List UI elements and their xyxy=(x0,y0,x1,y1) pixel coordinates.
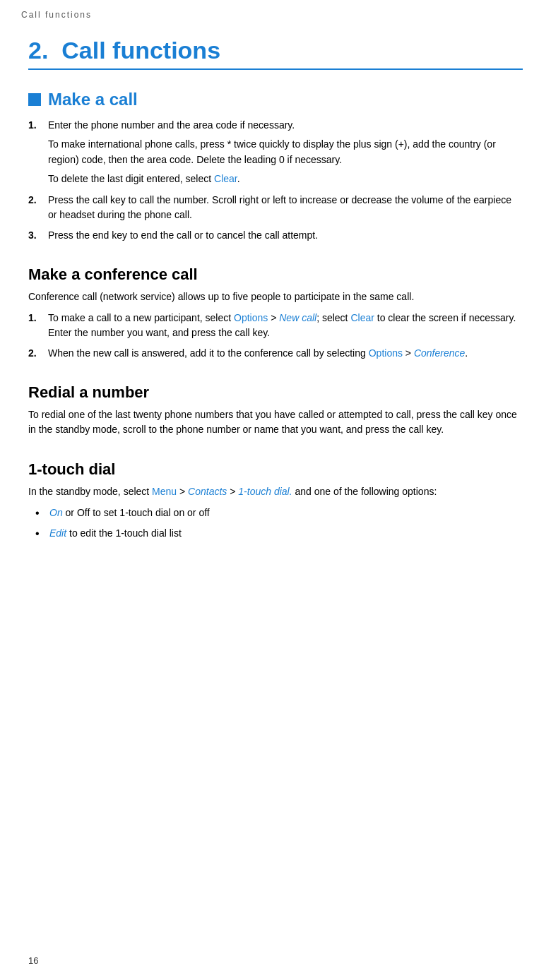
make-a-call-heading: Make a call xyxy=(48,90,138,109)
conference-heading: Make a conference call xyxy=(28,265,523,284)
bullet-item-2: Edit to edit the 1-touch dial list xyxy=(49,526,182,541)
list-item: Enter the phone number and the area code… xyxy=(28,118,523,187)
list-item-1-text: Enter the phone number and the area code… xyxy=(48,119,295,131)
conference-list: To make a call to a new participant, sel… xyxy=(28,311,523,361)
list-item: When the new call is answered, add it to… xyxy=(28,346,523,361)
list-item: Press the end key to end the call or to … xyxy=(28,228,523,243)
contacts-link[interactable]: Contacts xyxy=(188,486,227,497)
on-link[interactable]: On xyxy=(49,507,63,518)
conference-link[interactable]: Conference xyxy=(414,347,465,359)
list-item: On or Off to set 1-touch dial on or off xyxy=(35,506,523,522)
new-call-link[interactable]: New call xyxy=(279,312,316,323)
list-item: Press the call key to call the number. S… xyxy=(28,193,523,222)
options-link-1[interactable]: Options xyxy=(234,312,268,323)
list-item: Edit to edit the 1-touch dial list xyxy=(35,526,523,542)
list-item-3-text: Press the end key to end the call or to … xyxy=(48,229,318,241)
list-item-1-sub-2: To delete the last digit entered, select… xyxy=(48,172,523,187)
list-item-1-sub-1: To make international phone calls, press… xyxy=(48,137,523,167)
chapter-title: 2. Call functions xyxy=(28,37,523,70)
header-text: Call functions xyxy=(21,10,92,20)
edit-link[interactable]: Edit xyxy=(49,527,66,539)
one-touch-intro: In the standby mode, select Menu > Conta… xyxy=(28,484,523,500)
section-marker-icon xyxy=(28,93,41,106)
list-item: To make a call to a new participant, sel… xyxy=(28,311,523,340)
one-touch-link[interactable]: 1-touch dial. xyxy=(238,486,292,497)
conference-item-2-text: When the new call is answered, add it to… xyxy=(48,347,468,359)
list-item-2-text: Press the call key to call the number. S… xyxy=(48,194,511,220)
header-bar: Call functions xyxy=(0,0,551,24)
conference-intro: Conference call (network service) allows… xyxy=(28,289,523,305)
options-link-2[interactable]: Options xyxy=(369,347,403,359)
make-a-call-section-heading: Make a call xyxy=(28,90,523,109)
one-touch-heading: 1-touch dial xyxy=(28,460,523,479)
make-a-call-list: Enter the phone number and the area code… xyxy=(28,118,523,243)
redial-heading: Redial a number xyxy=(28,383,523,402)
clear-link-1[interactable]: Clear xyxy=(214,173,237,184)
bullet-item-1: On or Off to set 1-touch dial on or off xyxy=(49,506,210,520)
conference-item-1-text: To make a call to a new participant, sel… xyxy=(48,312,516,338)
redial-body: To redial one of the last twenty phone n… xyxy=(28,407,523,438)
one-touch-bullet-list: On or Off to set 1-touch dial on or off … xyxy=(35,506,523,542)
page-number: 16 xyxy=(28,955,38,966)
menu-link[interactable]: Menu xyxy=(152,486,177,497)
page-content: 2. Call functions Make a call Enter the … xyxy=(0,37,551,589)
clear-link-2[interactable]: Clear xyxy=(350,312,374,323)
